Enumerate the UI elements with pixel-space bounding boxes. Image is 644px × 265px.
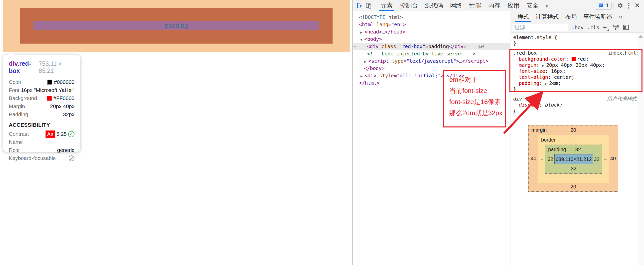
more-tabs-icon[interactable]: » (542, 2, 552, 10)
accessibility-header: ACCESSIBILITY (9, 122, 74, 128)
rendered-page: padding div.red-box 753.11 × 85.21 Color… (0, 0, 352, 265)
tooltip-contrast-row: Contrast Aa 5.25 ✓ (9, 130, 74, 138)
annotation-note-box: em相对于 当前font-size font-size是16像素 那么2em就是… (443, 70, 506, 127)
dock-sidebar-icon[interactable] (623, 24, 629, 31)
tab-performance[interactable]: 性能 (466, 0, 485, 11)
node-options-icon[interactable]: ⋯ (353, 43, 356, 50)
box-model-border[interactable]: border − − − − padding 32 32 32 32 689.1… (538, 135, 609, 183)
page-text: padding (165, 22, 188, 29)
tree-row-red-box-selected[interactable]: ⋯ <div class="red-box">padding</div> == … (353, 43, 510, 50)
tree-row-body[interactable]: ▼ <body> (353, 36, 510, 43)
contrast-pass-icon: ✓ (68, 131, 74, 137)
tab-sources[interactable]: 源代码 (421, 0, 447, 11)
toolbar-separator (375, 2, 375, 9)
style-filter-input[interactable] (512, 24, 568, 31)
not-focusable-icon (69, 155, 74, 161)
tooltip-title: div.red-box 753.11 × 85.21 (9, 60, 74, 75)
devtools: 元素 控制台 源代码 网络 性能 内存 应用 安全 » 1 ✕ <!DOCTYP… (353, 0, 644, 265)
tooltip-dimensions: 753.11 × 85.21 (39, 60, 74, 74)
scroll-up-icon[interactable] (638, 35, 643, 38)
tab-elements[interactable]: 元素 (377, 0, 396, 11)
tab-network[interactable]: 网络 (447, 0, 466, 11)
tree-row-html[interactable]: <html lang="en"> (353, 21, 510, 28)
tab-event-listeners[interactable]: 事件监听器 (580, 11, 616, 22)
settings-gear-icon[interactable] (616, 1, 624, 10)
tooltip-margin-row: Margin 20px 40px (9, 102, 74, 110)
css-prop-display[interactable]: display: block; (511, 102, 644, 108)
tooltip-color-row: Color #000000 (9, 78, 74, 86)
tab-application[interactable]: 应用 (504, 0, 523, 11)
issues-button[interactable]: 1 (595, 2, 612, 10)
styles-panel: 样式 计算样式 布局 事件监听器 » :hov .cls + element.s… (511, 11, 644, 265)
tree-row-head[interactable]: ▶ <head>…</head> (353, 28, 510, 36)
ua-stylesheet-label: 用户代理样式表 (607, 96, 641, 102)
color-swatch (47, 80, 52, 85)
css-prop-padding[interactable]: padding: ▶ 2em; (511, 80, 644, 86)
more-style-tabs-icon[interactable]: » (616, 13, 625, 21)
tab-styles[interactable]: 样式 (514, 11, 532, 22)
tooltip-font-row: Font 16px "Microsoft YaHei" (9, 86, 74, 94)
red-box-rule-section[interactable]: .red-box { index.html:9 background-color… (511, 48, 644, 94)
tooltip-keyboard-row: Keyboard-focusable (9, 154, 74, 162)
contrast-sample-chip: Aa (46, 130, 55, 138)
rule-selector[interactable]: .red-box { (513, 50, 542, 56)
box-model-margin[interactable]: margin 20 20 40 40 border − − − − paddin… (528, 125, 618, 192)
tooltip-tag: div (9, 60, 17, 67)
background-swatch (47, 96, 52, 101)
tree-row-doctype[interactable]: <!DOCTYPE html> (353, 14, 510, 21)
tab-security[interactable]: 安全 (523, 0, 542, 11)
css-prop-background-color[interactable]: background-color: red; (511, 56, 644, 62)
inspect-tooltip: div.red-box 753.11 × 85.21 Color #000000… (3, 55, 80, 152)
paint-format-icon[interactable] (613, 24, 619, 31)
ua-rule-selector[interactable]: div { (513, 96, 528, 102)
new-style-rule-button[interactable]: + (603, 23, 609, 31)
tooltip-role-row: Role generic (9, 146, 74, 154)
styles-filter-bar: :hov .cls + (511, 22, 644, 33)
stylesheet-link[interactable]: index.html:9 (608, 50, 641, 56)
close-devtools-icon[interactable]: ✕ (633, 1, 641, 10)
tab-console[interactable]: 控制台 (396, 0, 421, 11)
element-style-section[interactable]: element.style { } (511, 33, 644, 48)
box-model-content[interactable]: 689.110×21.212 (554, 154, 593, 164)
toggle-hover-button[interactable]: :hov (572, 24, 584, 30)
user-agent-rule-section[interactable]: div { 用户代理样式表 display: block; } (511, 94, 644, 116)
issues-icon (598, 3, 604, 9)
styles-scrollbar[interactable] (637, 33, 644, 265)
tree-row-script[interactable]: ▶ <script type="text/javascript">…</scri… (353, 57, 510, 65)
css-prop-text-align[interactable]: text-align: center; (511, 74, 644, 80)
styles-tab-bar: 样式 计算样式 布局 事件监听器 » (511, 11, 644, 22)
toggle-class-button[interactable]: .cls (587, 24, 599, 30)
tab-memory[interactable]: 内存 (485, 0, 504, 11)
tab-layout[interactable]: 布局 (562, 11, 580, 22)
inspect-element-icon[interactable] (356, 1, 364, 10)
tab-computed[interactable]: 计算样式 (532, 11, 562, 22)
elements-panel: <!DOCTYPE html> <html lang="en"> ▶ <head… (353, 11, 510, 265)
tooltip-name-row: Name (9, 138, 74, 146)
device-toolbar-icon[interactable] (364, 1, 373, 10)
box-model-padding[interactable]: padding 32 32 32 32 689.110×21.212 (545, 145, 602, 174)
devtools-toolbar: 元素 控制台 源代码 网络 性能 内存 应用 安全 » 1 ✕ (353, 0, 644, 11)
content-highlight: padding (33, 21, 319, 30)
tooltip-caret (8, 52, 14, 55)
css-prop-font-size[interactable]: font-size: 16px; (511, 68, 644, 74)
menu-kebab-icon[interactable] (624, 1, 633, 10)
tooltip-background-row: Background #FF0000 (9, 94, 74, 102)
tooltip-padding-row: Padding 32px (9, 110, 74, 118)
tree-row-comment[interactable]: <!-- Code injected by live-server --> (353, 50, 510, 57)
css-prop-margin[interactable]: margin: ▶ 20px 40px 20px 40px; (511, 62, 644, 68)
